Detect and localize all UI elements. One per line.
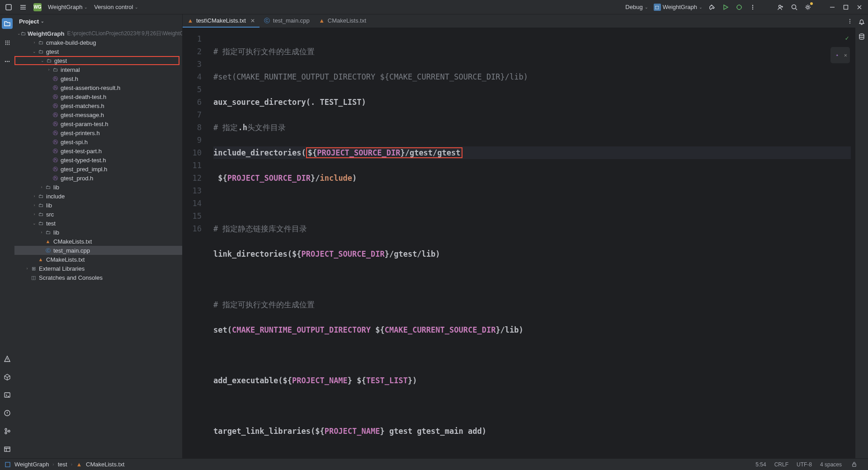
svg-point-1 <box>737 5 741 9</box>
breadcrumb-segment[interactable]: WeightGraph <box>14 461 49 468</box>
run-debug-dropdown[interactable]: Debug ⌄ <box>625 4 648 10</box>
kebab-icon[interactable] <box>749 3 757 11</box>
status-eol[interactable]: CRLF <box>774 461 788 468</box>
project-header[interactable]: Project ⌄ <box>14 14 182 28</box>
tree-root[interactable]: ⌄🗀WeightGraphE:\project\CLionProject\202… <box>14 29 182 38</box>
comment-text: # 指定静态链接库文件目录 <box>213 224 307 233</box>
svg-point-30 <box>859 34 864 36</box>
svg-point-14 <box>7 44 8 45</box>
line-number: 6 <box>183 96 209 108</box>
line-number: 14 <box>183 197 209 210</box>
tree-item[interactable]: ⓗgtest-printers.h <box>14 128 182 137</box>
status-indent[interactable]: 4 spaces <box>820 461 842 468</box>
menu-icon[interactable] <box>19 3 27 11</box>
code-content[interactable]: # 指定可执行文件的生成位置 #set(CMAKE_RUNTIME_OUTPUT… <box>209 28 855 458</box>
chevron-right-icon: › <box>52 462 54 467</box>
project-tree[interactable]: ⌄🗀WeightGraphE:\project\CLionProject\202… <box>14 28 182 458</box>
svg-point-23 <box>5 428 7 430</box>
build-tool-button[interactable] <box>2 353 13 364</box>
lock-icon[interactable] <box>850 461 858 469</box>
tree-item[interactable]: ◫Scratches and Consoles <box>14 273 182 282</box>
tree-item[interactable]: ▲CMakeLists.txt <box>14 237 182 246</box>
line-number: 2 <box>183 45 209 58</box>
tree-item[interactable]: ›🗀lib <box>14 228 182 237</box>
maximize-button[interactable] <box>842 4 850 10</box>
gear-icon[interactable] <box>804 3 812 11</box>
tree-item[interactable]: ⓗgtest-typed-test.h <box>14 155 182 164</box>
tree-item[interactable]: ⓗgtest-matchers.h <box>14 101 182 110</box>
project-dropdown[interactable]: WeightGraph ⌄ <box>48 4 88 10</box>
tree-item[interactable]: ⓗgtest-test-part.h <box>14 146 182 155</box>
tabs-kebab-icon[interactable] <box>844 14 855 28</box>
vcs-tool-button[interactable] <box>2 426 13 437</box>
breadcrumb-segment[interactable]: test <box>58 461 67 468</box>
tree-item[interactable]: ⓗgtest-assertion-result.h <box>14 83 182 92</box>
comment-text: #set(CMAKE_RUNTIME_OUTPUT_DIRECTORY ${CM… <box>213 72 528 81</box>
ai-assistant-widget[interactable]: ✦ ✕ <box>830 47 850 63</box>
tree-item[interactable]: ›🗀src <box>14 210 182 219</box>
status-bar: 5:54 CRLF UTF-8 4 spaces <box>750 459 863 470</box>
layout-tool-button[interactable] <box>2 444 13 455</box>
tree-item[interactable]: ⓗgtest-message.h <box>14 110 182 119</box>
editor-tab[interactable]: ▲test\CMakeLists.txt✕ <box>183 14 259 28</box>
editor-tab[interactable]: ▲CMakeLists.txt <box>314 14 371 28</box>
app-logo-icon[interactable] <box>5 3 13 11</box>
vcs-dropdown[interactable]: Version control ⌄ <box>94 4 138 10</box>
status-position[interactable]: 5:54 <box>755 461 766 468</box>
editor-tab[interactable]: ⓒtest_main.cpp <box>259 14 314 28</box>
cmake-tool-button[interactable] <box>2 371 13 382</box>
comment-text: # 指定可执行文件的生成位置 <box>213 300 315 309</box>
tree-item[interactable]: ⌄🗀gtest <box>14 56 179 65</box>
minimize-button[interactable] <box>828 4 836 10</box>
run-config-dropdown[interactable]: ⬚ WeightGraph ⌄ <box>654 4 703 11</box>
tree-item[interactable]: ⓗgtest-param-test.h <box>14 119 182 128</box>
tree-item[interactable]: ⓗgtest_prod.h <box>14 174 182 183</box>
tree-item[interactable]: ›🗀lib <box>14 183 182 192</box>
tree-item[interactable]: ⌄🗀test <box>14 219 182 228</box>
svg-point-10 <box>5 42 6 43</box>
search-icon[interactable] <box>790 3 798 11</box>
tree-item[interactable]: ▲CMakeLists.txt <box>14 255 182 264</box>
terminal-tool-button[interactable] <box>2 390 13 400</box>
breadcrumb-segment[interactable]: CMakeLists.txt <box>86 461 124 468</box>
tree-item[interactable]: ›⊞External Libraries <box>14 264 182 273</box>
svg-point-28 <box>849 20 850 21</box>
more-tool-button[interactable] <box>2 56 13 67</box>
tree-item[interactable]: ›🗀lib <box>14 201 182 210</box>
tree-item[interactable]: ⓗgtest.h <box>14 74 182 83</box>
chevron-right-icon: › <box>71 462 72 467</box>
tree-item[interactable]: ⓗgtest_pred_impl.h <box>14 164 182 174</box>
run-config-name: WeightGraph <box>663 4 697 10</box>
editor-body[interactable]: 12345678910111213141516 # 指定可执行文件的生成位置 #… <box>183 28 855 458</box>
line-number: 9 <box>183 134 209 146</box>
bookmarks-tool-button[interactable] <box>2 37 13 48</box>
debug-icon[interactable] <box>735 3 743 11</box>
tree-item[interactable]: ›🗀cmake-build-debug <box>14 38 182 47</box>
tree-item[interactable]: ⓗgtest-spi.h <box>14 137 182 146</box>
check-icon[interactable]: ✓ <box>845 32 849 44</box>
tree-item[interactable]: ⌄🗀gtest <box>14 47 182 56</box>
hammer-icon[interactable] <box>708 3 716 11</box>
tree-item[interactable]: ⓗgtest-death-test.h <box>14 92 182 101</box>
tree-item[interactable]: ›🗀internal <box>14 65 182 74</box>
svg-point-25 <box>8 430 10 432</box>
line-number: 3 <box>183 58 209 70</box>
close-icon[interactable]: ✕ <box>250 18 255 24</box>
notifications-icon[interactable] <box>858 18 866 26</box>
project-name-label: WeightGraph <box>48 4 82 10</box>
vcs-label: Version control <box>94 4 133 10</box>
database-icon[interactable] <box>858 33 866 41</box>
line-number: 12 <box>183 172 209 184</box>
status-encoding[interactable]: UTF-8 <box>797 461 812 468</box>
tree-item[interactable]: ⓒtest_main.cpp <box>14 246 182 255</box>
editor-tabs: ▲test\CMakeLists.txt✕ⓒtest_main.cpp▲CMak… <box>183 14 855 28</box>
project-tool-button[interactable] <box>2 18 13 29</box>
run-icon[interactable] <box>722 3 730 11</box>
problems-tool-button[interactable] <box>2 408 13 418</box>
svg-point-11 <box>5 44 6 45</box>
svg-rect-21 <box>5 393 10 397</box>
tree-item[interactable]: ›🗀include <box>14 192 182 201</box>
close-icon[interactable]: ✕ <box>844 49 847 61</box>
code-with-me-icon[interactable] <box>777 3 785 11</box>
close-button[interactable] <box>855 4 863 10</box>
